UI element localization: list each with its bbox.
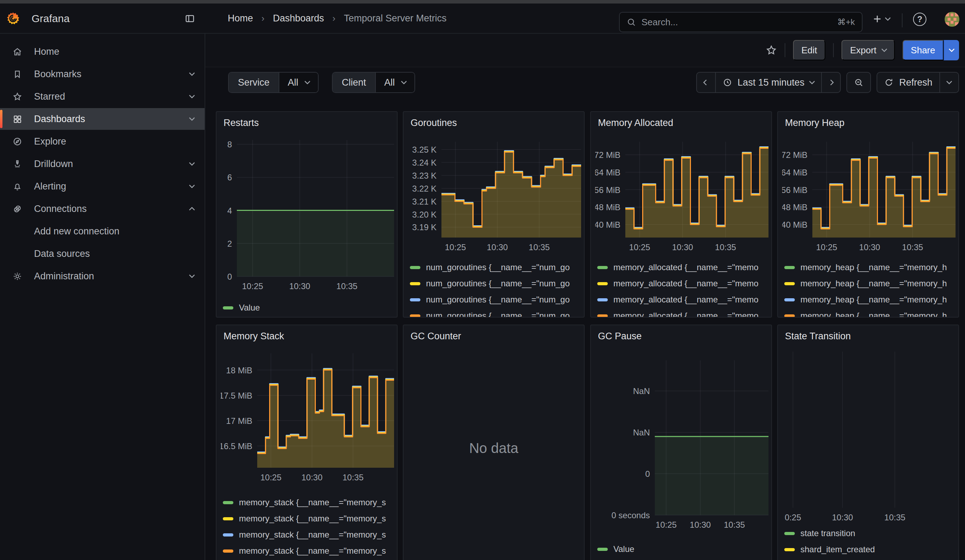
legend-item[interactable]: memory_stack {__name__="memory_s <box>223 511 394 527</box>
zoom-out-button[interactable] <box>847 73 870 92</box>
sidebar-item-data-sources[interactable]: Data sources <box>0 243 204 264</box>
legend-item[interactable]: num_goroutines {__name__="num_go <box>410 259 581 276</box>
panel-title[interactable]: Restarts <box>224 118 259 129</box>
legend-label[interactable]: num_goroutines {__name__="num_go <box>426 279 570 289</box>
legend-label[interactable]: memory_allocated {__name__="memo <box>613 295 758 305</box>
legend-label[interactable]: memory_stack {__name__="memory_s <box>239 546 386 556</box>
refresh-button[interactable]: Refresh <box>877 73 939 92</box>
chevron-down-icon[interactable] <box>189 93 195 99</box>
legend-label[interactable]: Value <box>613 544 635 554</box>
chevron-down-icon[interactable] <box>189 70 195 76</box>
legend-label[interactable]: memory_stack {__name__="memory_s <box>239 530 386 540</box>
goroutines-chart[interactable]: 10:2510:3010:353.19 K3.20 K3.21 K3.22 K3… <box>408 142 581 252</box>
legend-item[interactable]: shard_item_created <box>784 541 955 558</box>
sidebar-item-administration[interactable]: Administration <box>0 265 204 287</box>
add-button[interactable] <box>872 14 890 24</box>
legend-item[interactable]: memory_heap {__name__="memory_h <box>784 259 955 276</box>
panel-title[interactable]: State Transition <box>785 331 851 342</box>
memory-stack-chart[interactable]: 10:2510:3010:3516.5 MiB17 MiB17.5 MiB18 … <box>221 353 394 483</box>
legend-label[interactable]: memory_heap {__name__="memory_h <box>800 311 947 318</box>
memory-allocated-chart[interactable]: 10:2510:3010:3540 MiB48 MiB56 MiB64 MiB7… <box>595 142 769 252</box>
sidebar-item-alerting[interactable]: Alerting <box>0 175 204 197</box>
legend-item[interactable]: memory_stack {__name__="memory_s <box>223 543 394 559</box>
sidebar-item-bookmarks[interactable]: Bookmarks <box>0 63 204 85</box>
legend-item[interactable]: num_goroutines {__name__="num_go <box>410 292 581 308</box>
sidebar-item-dashboards[interactable]: Dashboards <box>0 108 204 130</box>
time-shift-forward-button[interactable] <box>821 73 840 92</box>
legend-item[interactable]: memory_allocated {__name__="memo <box>597 308 769 318</box>
help-button[interactable]: ? <box>913 13 926 26</box>
legend-item[interactable]: memory_heap {__name__="memory_h <box>784 308 955 318</box>
panel-title[interactable]: GC Pause <box>598 331 642 342</box>
sidebar-item-explore[interactable]: Explore <box>0 131 204 152</box>
svg-text:3.19 K: 3.19 K <box>412 222 437 232</box>
chevron-down-icon[interactable] <box>189 160 195 166</box>
legend-label[interactable]: memory_allocated {__name__="memo <box>613 263 758 272</box>
chevron-down-icon[interactable] <box>189 272 195 278</box>
breadcrumb-dashboards[interactable]: Dashboards <box>273 13 324 24</box>
chevron-down-icon[interactable] <box>189 115 195 121</box>
search-input[interactable] <box>641 17 832 28</box>
legend-label[interactable]: num_goroutines {__name__="num_go <box>426 295 570 305</box>
sidebar-item-label: Connections <box>34 204 87 214</box>
avatar[interactable] <box>945 12 959 27</box>
legend-label[interactable]: state transition <box>800 528 855 538</box>
legend-label[interactable]: memory_heap {__name__="memory_h <box>800 279 947 289</box>
legend-label[interactable]: shard_item_created <box>800 545 875 554</box>
legend-item[interactable]: num_goroutines {__name__="num_go <box>410 308 581 318</box>
legend-item[interactable]: memory_stack {__name__="memory_s <box>223 495 394 511</box>
service-filter-value[interactable]: All <box>279 73 318 92</box>
sidebar-item-drilldown[interactable]: Drilldown <box>0 153 204 175</box>
client-filter-value[interactable]: All <box>375 73 414 92</box>
panel-title[interactable]: Goroutines <box>411 118 457 129</box>
chevron-up-icon[interactable] <box>189 207 195 213</box>
legend-label[interactable]: memory_heap {__name__="memory_h <box>800 263 947 272</box>
export-button[interactable]: Export <box>841 40 895 60</box>
share-button[interactable]: Share <box>903 40 944 60</box>
svg-text:72 MiB: 72 MiB <box>595 150 620 160</box>
legend-item[interactable]: Value <box>223 300 394 316</box>
sidebar-toggle-icon[interactable] <box>185 13 195 24</box>
legend-item[interactable]: memory_allocated {__name__="memo <box>597 276 769 292</box>
legend-label[interactable]: memory_stack {__name__="memory_s <box>239 498 386 508</box>
state-transition-chart[interactable]: 0:2510:3010:35 <box>782 351 955 523</box>
legend-label[interactable]: memory_allocated {__name__="memo <box>613 311 758 318</box>
legend-label[interactable]: num_goroutines {__name__="num_go <box>426 263 570 272</box>
refresh-interval-button[interactable] <box>939 73 958 92</box>
search-box[interactable]: ⌘+k <box>619 12 862 32</box>
legend-item[interactable]: Value <box>597 541 769 557</box>
legend-swatch <box>597 548 608 551</box>
legend-label[interactable]: memory_stack {__name__="memory_s <box>239 514 386 524</box>
panel-title[interactable]: Memory Heap <box>785 118 845 129</box>
legend-label[interactable]: Value <box>239 303 260 313</box>
legend-item[interactable]: memory_heap {__name__="memory_h <box>784 292 955 308</box>
legend-item[interactable]: num_goroutines {__name__="num_go <box>410 276 581 292</box>
legend-swatch <box>223 517 233 520</box>
favorite-star-icon[interactable] <box>766 44 777 56</box>
legend-label[interactable]: memory_allocated {__name__="memo <box>613 279 758 289</box>
legend-label[interactable]: memory_heap {__name__="memory_h <box>800 295 947 305</box>
legend-item[interactable]: memory_allocated {__name__="memo <box>597 259 769 276</box>
time-range-picker[interactable]: Last 15 minutes <box>715 73 821 92</box>
panel-legend: memory_allocated {__name__="memomemory_a… <box>597 259 769 318</box>
edit-button[interactable]: Edit <box>793 40 826 60</box>
legend-item[interactable]: memory_heap {__name__="memory_h <box>784 276 955 292</box>
sidebar-item-home[interactable]: Home <box>0 41 204 62</box>
time-shift-back-button[interactable] <box>697 73 715 92</box>
restarts-chart[interactable]: 10:2510:3010:3502468 <box>221 140 394 292</box>
panel-title[interactable]: Memory Stack <box>224 331 284 342</box>
sidebar-item-add-new-connection[interactable]: Add new connection <box>0 220 204 242</box>
grafana-logo-icon[interactable] <box>6 11 20 26</box>
share-menu-button[interactable] <box>944 40 959 60</box>
legend-label[interactable]: num_goroutines {__name__="num_go <box>426 311 570 318</box>
legend-item[interactable]: memory_stack {__name__="memory_s <box>223 527 394 543</box>
sidebar-item-starred[interactable]: Starred <box>0 86 204 107</box>
chevron-down-icon[interactable] <box>189 183 195 188</box>
legend-item[interactable]: state transition <box>784 525 955 541</box>
panel-title[interactable]: Memory Allocated <box>598 118 674 129</box>
legend-item[interactable]: memory_allocated {__name__="memo <box>597 292 769 308</box>
breadcrumb-home[interactable]: Home <box>228 13 253 24</box>
sidebar-item-connections[interactable]: Connections <box>0 198 204 220</box>
memory-heap-chart[interactable]: 10:2510:3010:3540 MiB48 MiB56 MiB64 MiB7… <box>782 142 955 252</box>
gc-pause-chart[interactable]: 10:2510:3010:350 seconds0NaNNaN <box>595 360 769 531</box>
